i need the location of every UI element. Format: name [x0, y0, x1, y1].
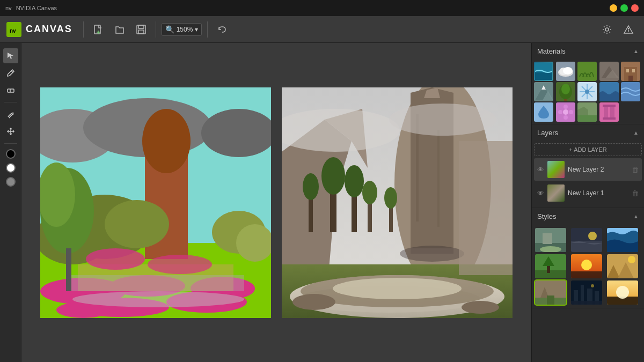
svg-point-56 — [362, 181, 377, 204]
maximize-button[interactable]: □ — [620, 4, 628, 12]
style-thumb-6[interactable] — [607, 254, 638, 278]
materials-header[interactable]: Materials ▲ — [532, 43, 644, 60]
layer-item-2[interactable]: 👁 New Layer 2 🗑 — [534, 158, 642, 181]
titlebar-controls[interactable]: — □ ✕ — [610, 4, 639, 12]
svg-rect-114 — [603, 105, 616, 107]
materials-grid — [532, 60, 644, 124]
canvas-area — [21, 43, 531, 362]
layers-content: + ADD LAYER 👁 New Layer 2 🗑 👁 New Layer … — [532, 141, 644, 208]
layers-header[interactable]: Layers ▲ — [532, 124, 644, 141]
left-toolbar — [0, 43, 21, 362]
svg-rect-113 — [610, 105, 614, 120]
svg-point-52 — [345, 165, 364, 197]
foreground-color[interactable] — [6, 149, 16, 159]
settings-button[interactable] — [598, 20, 616, 39]
material-cliff[interactable] — [577, 102, 597, 122]
layer-2-delete[interactable]: 🗑 — [632, 166, 639, 174]
add-layer-button[interactable]: + ADD LAYER — [534, 143, 642, 156]
undo-button[interactable] — [213, 20, 231, 39]
svg-point-145 — [591, 284, 594, 287]
svg-point-148 — [616, 286, 629, 299]
titlebar: nv NVIDIA Canvas — □ ✕ — [0, 0, 644, 16]
new-file-button[interactable] — [89, 20, 107, 39]
material-snowflake[interactable] — [577, 82, 597, 101]
brush-tool[interactable] — [3, 65, 18, 80]
toolbar-divider-1 — [83, 21, 84, 38]
zoom-control[interactable]: 🔍 150% ▾ — [162, 23, 202, 36]
app-logo: nv CANVAS — [6, 22, 72, 37]
material-building[interactable] — [621, 62, 640, 81]
svg-rect-125 — [535, 270, 566, 278]
main-area: Materials ▲ — [0, 43, 644, 362]
titlebar-left: nv NVIDIA Canvas — [5, 5, 57, 11]
layers-chevron: ▲ — [633, 130, 639, 136]
style-thumb-2[interactable] — [571, 228, 602, 252]
svg-rect-138 — [547, 295, 554, 305]
styles-header[interactable]: Styles ▲ — [532, 208, 644, 225]
material-water2[interactable] — [621, 82, 640, 101]
material-grass[interactable] — [577, 62, 597, 81]
close-button[interactable]: ✕ — [631, 4, 639, 12]
background-color[interactable] — [6, 163, 16, 173]
materials-title: Materials — [537, 47, 566, 55]
layer-1-name: New Layer 1 — [568, 189, 628, 197]
open-file-button[interactable] — [111, 20, 129, 39]
styles-grid — [532, 225, 644, 308]
material-tree[interactable] — [556, 82, 575, 101]
info-button[interactable] — [619, 20, 638, 39]
material-flowers[interactable] — [556, 102, 575, 122]
svg-point-75 — [563, 67, 573, 75]
material-water-drop[interactable] — [534, 102, 553, 122]
move-tool[interactable] — [3, 124, 18, 139]
svg-point-20 — [142, 109, 191, 173]
svg-point-122 — [588, 232, 597, 240]
svg-point-54 — [303, 173, 319, 200]
styles-title: Styles — [537, 212, 556, 220]
style-thumb-9[interactable] — [607, 280, 638, 305]
segmentation-canvas[interactable] — [40, 87, 271, 318]
style-thumb-4[interactable] — [535, 254, 566, 278]
svg-rect-83 — [632, 69, 635, 72]
layer-2-visibility[interactable]: 👁 — [537, 166, 544, 174]
svg-rect-112 — [604, 105, 608, 120]
layer-2-name: New Layer 2 — [568, 166, 628, 173]
svg-text:nv: nv — [10, 28, 16, 34]
material-rock[interactable] — [599, 62, 619, 81]
layer-1-visibility[interactable]: 👁 — [537, 189, 544, 197]
svg-rect-144 — [571, 301, 602, 305]
material-cloud[interactable] — [556, 62, 575, 81]
minimize-button[interactable]: — — [610, 4, 617, 12]
svg-point-63 — [333, 278, 462, 299]
style-thumb-8[interactable] — [571, 280, 602, 305]
style-thumb-1[interactable] — [535, 228, 566, 252]
smudge-tool[interactable] — [3, 107, 18, 122]
styles-section: Styles ▲ — [532, 208, 644, 308]
material-mountain[interactable] — [534, 82, 553, 101]
photo-canvas[interactable] — [282, 87, 513, 318]
svg-rect-67 — [459, 141, 513, 275]
layer-1-thumbnail — [547, 184, 565, 202]
svg-point-98 — [585, 90, 589, 94]
svg-point-8 — [605, 28, 609, 31]
style-thumb-3[interactable] — [607, 228, 638, 252]
material-water[interactable] — [534, 62, 553, 81]
layer-1-delete[interactable]: 🗑 — [632, 189, 639, 197]
svg-rect-110 — [577, 115, 597, 122]
select-tool[interactable] — [3, 48, 18, 63]
secondary-color[interactable] — [6, 177, 16, 187]
svg-rect-46 — [437, 130, 440, 227]
svg-point-35 — [148, 255, 212, 274]
eraser-tool[interactable] — [3, 83, 18, 98]
svg-point-34 — [86, 248, 145, 270]
material-sea[interactable] — [599, 82, 619, 101]
svg-rect-12 — [8, 89, 14, 92]
material-pillar[interactable] — [599, 102, 619, 122]
toolbar-divider-3 — [207, 21, 208, 38]
layer-item-1[interactable]: 👁 New Layer 1 🗑 — [534, 182, 642, 204]
svg-rect-115 — [603, 117, 616, 120]
app-logo-icon: nv — [6, 22, 21, 37]
materials-chevron: ▲ — [633, 48, 639, 54]
style-thumb-7[interactable] — [535, 280, 566, 305]
save-file-button[interactable] — [132, 20, 150, 39]
style-thumb-5[interactable] — [571, 254, 602, 278]
